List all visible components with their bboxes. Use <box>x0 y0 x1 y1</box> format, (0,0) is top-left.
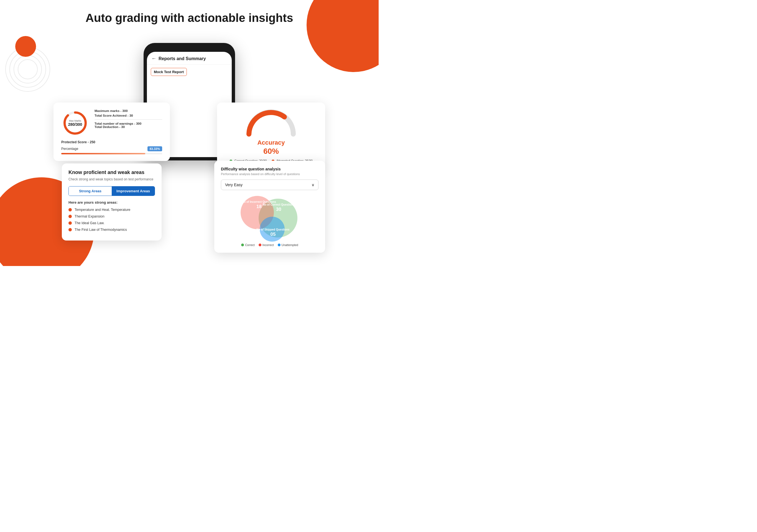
score-details: Maximum marks - 300 Total Score Achieved… <box>95 109 162 129</box>
tab-strong-areas[interactable]: Strong Areas <box>69 187 112 195</box>
donut-label: Max Marks 280/300 <box>68 119 82 127</box>
strong-areas-heading: Here are yours strong areas: <box>69 200 155 204</box>
area-dot-2 <box>69 222 72 225</box>
venn-diagram: No of Correct Questions 30 No of Incorre… <box>236 194 303 242</box>
venn-legend-correct: Correct <box>241 243 255 247</box>
accuracy-title: Accuracy <box>225 139 318 146</box>
score-card: Max Marks 280/300 Maximum marks - 300 To… <box>53 103 170 161</box>
venn-legend: Correct Incorrect Unattempted <box>221 243 318 247</box>
donut-label-score: 280/300 <box>68 122 82 127</box>
accuracy-gauge <box>246 109 296 137</box>
area-dot-3 <box>69 228 72 231</box>
protected-score: Protected Score - 250 <box>61 140 162 144</box>
area-item-0: Temperature and Heat. Temperature <box>69 208 155 212</box>
phone-header-title: Reports and Summary <box>159 56 206 61</box>
area-label-2: The Ideal Gas Law. <box>75 221 105 225</box>
area-item-2: The Ideal Gas Law. <box>69 221 155 225</box>
deduction-row: Total Deduction - 30 <box>95 125 162 129</box>
back-arrow-icon[interactable]: ← <box>151 56 156 62</box>
difficulty-title: Difficulty wise question analysis <box>221 167 318 171</box>
accuracy-card: Accuracy 60% Correct Question: 20/30 Att… <box>217 103 325 168</box>
venn-legend-correct-label: Correct <box>245 243 255 247</box>
chevron-down-icon: ∨ <box>312 183 314 187</box>
phone-content: Mock Test Report <box>147 65 232 81</box>
proficiency-card: Know proficient and weak areas Check str… <box>62 163 162 241</box>
venn-legend-correct-dot <box>241 244 244 246</box>
percentage-bar-fill <box>61 153 145 154</box>
venn-skipped-label: No of Skipped Questions 05 <box>257 228 289 237</box>
proficiency-subtitle: Check strong and weak topics based on te… <box>69 177 155 182</box>
venn-legend-incorrect-dot <box>258 244 261 246</box>
area-label-1: Thermal Expansion <box>75 215 105 218</box>
svg-point-3 <box>18 60 37 79</box>
area-item-1: Thermal Expansion <box>69 215 155 218</box>
percentage-label: Percentage <box>61 147 78 151</box>
area-dot-0 <box>69 208 72 211</box>
percentage-badge: 83.33% <box>147 146 162 151</box>
proficiency-title: Know proficient and weak areas <box>69 169 155 175</box>
score-divider <box>95 119 162 120</box>
phone-section-label: Mock Test Report <box>151 68 187 76</box>
area-dot-1 <box>69 215 72 218</box>
area-label-0: Temperature and Heat. Temperature <box>75 208 130 212</box>
donut-chart: Max Marks 280/300 <box>61 109 89 137</box>
venn-legend-unattempted-dot <box>278 244 281 246</box>
phone-notch <box>187 48 191 52</box>
venn-skipped-value: 05 <box>257 231 289 237</box>
venn-legend-unattempted-label: Unattempted <box>282 243 298 247</box>
venn-skipped-text: No of Skipped Questions <box>257 228 289 231</box>
percentage-row: Percentage 83.33% <box>61 146 162 151</box>
percentage-bar <box>61 153 162 154</box>
difficulty-card: Difficulty wise question analysis Perfor… <box>214 161 325 253</box>
warnings-row: Total number of warnings - 300 <box>95 122 162 125</box>
donut-label-top: Max Marks <box>68 119 82 122</box>
difficulty-subtitle: Performance analysis based on difficulty… <box>221 172 318 176</box>
difficulty-dropdown[interactable]: Very Easy ∨ <box>221 180 318 190</box>
max-marks-row: Maximum marks - 300 <box>95 109 162 112</box>
venn-incorrect-label: No of Incorrect Questions 18 <box>242 200 276 210</box>
svg-point-1 <box>10 51 46 87</box>
phone-header: ← Reports and Summary <box>147 52 232 65</box>
bg-circle-small <box>15 36 36 57</box>
dropdown-value: Very Easy <box>225 183 243 187</box>
venn-incorrect-value: 18 <box>242 204 276 210</box>
area-item-3: The First Law of Thermodynamics <box>69 228 155 232</box>
page-title: Auto grading with actionable insights <box>0 0 378 25</box>
venn-legend-unattempted: Unattempted <box>278 243 298 247</box>
score-card-inner: Max Marks 280/300 Maximum marks - 300 To… <box>61 109 162 137</box>
area-label-3: The First Law of Thermodynamics <box>75 228 127 232</box>
venn-legend-incorrect-label: Incorrect <box>262 243 274 247</box>
tab-improvement-areas[interactable]: Improvement Areas <box>112 187 155 195</box>
total-score-row: Total Score Achieved - 30 <box>95 114 162 117</box>
venn-incorrect-text: No of Incorrect Questions <box>242 200 276 203</box>
venn-legend-incorrect: Incorrect <box>258 243 274 247</box>
accuracy-percent: 60% <box>225 147 318 156</box>
proficiency-tabs: Strong Areas Improvement Areas <box>69 186 155 196</box>
